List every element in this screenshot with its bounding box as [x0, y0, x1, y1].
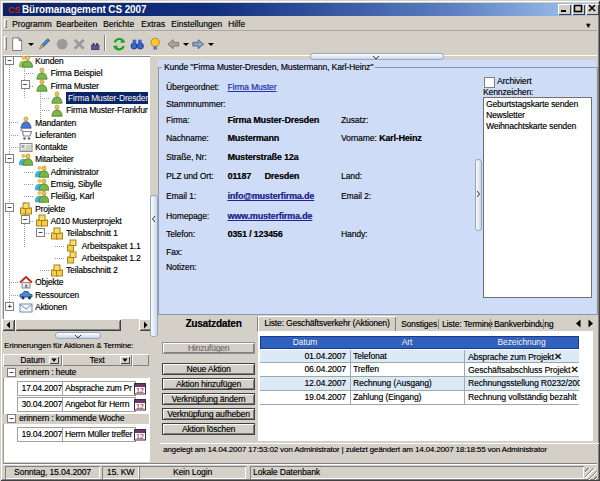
svg-text:12: 12 [136, 403, 144, 410]
svg-text:12: 12 [136, 387, 144, 394]
svg-text:12: 12 [136, 433, 144, 440]
